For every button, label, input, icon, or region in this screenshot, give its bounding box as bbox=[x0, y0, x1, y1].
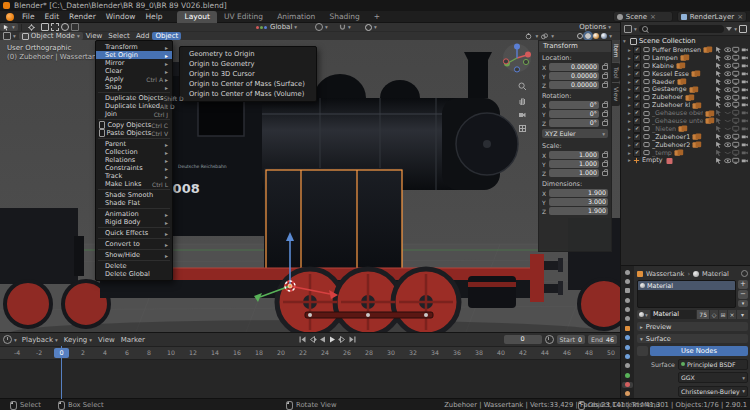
lock-icon[interactable] bbox=[602, 153, 608, 158]
fake-user-shield-icon[interactable]: ◇ bbox=[710, 310, 718, 319]
viewport-visibility-icon[interactable] bbox=[732, 54, 740, 62]
object-menu-duplicate-objects[interactable]: Duplicate ObjectsShift D bbox=[96, 94, 172, 102]
menubar-help[interactable]: Help bbox=[140, 11, 167, 23]
render-visibility-icon[interactable] bbox=[741, 149, 749, 157]
render-visibility-icon[interactable] bbox=[741, 70, 749, 78]
viewport-visibility-icon[interactable] bbox=[732, 101, 740, 109]
previous-keyframe-button[interactable] bbox=[308, 335, 317, 344]
distribution-dropdown[interactable]: GGX▾ bbox=[678, 372, 748, 383]
scene-collection-row[interactable]: ▾ Scene Collection bbox=[621, 36, 750, 46]
render-visibility-icon[interactable] bbox=[741, 117, 749, 125]
object-menu-join[interactable]: JoinCtrl J bbox=[96, 110, 172, 118]
rendered-shading-icon[interactable] bbox=[601, 33, 607, 39]
collection-checkbox[interactable]: ✓ bbox=[633, 62, 641, 70]
render-visibility-icon[interactable] bbox=[741, 46, 749, 54]
hide-eye-icon[interactable] bbox=[724, 125, 732, 133]
viewport-visibility-icon[interactable] bbox=[732, 86, 740, 94]
outliner-item-zubehoer2[interactable]: ▸✓_Zubehoer2 bbox=[621, 141, 750, 149]
hide-eye-icon[interactable] bbox=[724, 86, 732, 94]
object-menu-animation[interactable]: Animation▸ bbox=[96, 210, 172, 218]
viewport-visibility-icon[interactable] bbox=[732, 78, 740, 86]
play-reverse-button[interactable] bbox=[318, 335, 327, 344]
hide-eye-icon[interactable] bbox=[724, 157, 732, 165]
collection-checkbox[interactable]: ✓ bbox=[633, 78, 641, 86]
menubar-window[interactable]: Window bbox=[101, 11, 141, 23]
viewport-visibility-icon[interactable] bbox=[732, 149, 740, 157]
collection-checkbox[interactable]: ✓ bbox=[633, 93, 641, 101]
start-frame-field[interactable]: Start0 bbox=[557, 335, 585, 344]
outliner-item-lampen[interactable]: ▸✓Lampen bbox=[621, 54, 750, 62]
material-slot-row[interactable]: Material bbox=[638, 281, 735, 290]
material-name-field[interactable]: Material bbox=[651, 310, 696, 319]
selectable-icon[interactable] bbox=[715, 54, 723, 62]
selectable-icon[interactable] bbox=[715, 133, 723, 141]
properties-tab-particles[interactable] bbox=[622, 344, 633, 350]
slot-specials-button[interactable]: ▾ bbox=[738, 300, 748, 307]
object-menu-collection[interactable]: Collection▸ bbox=[96, 148, 172, 156]
add-slot-button[interactable]: + bbox=[738, 280, 748, 289]
object-menu-convert-to[interactable]: Convert to▸ bbox=[96, 240, 172, 248]
viewport-menu-add[interactable]: Add bbox=[133, 32, 153, 40]
subsurface-method-dropdown[interactable]: Christensen-Burley▾ bbox=[678, 386, 748, 397]
object-menu-shade-flat[interactable]: Shade Flat bbox=[96, 199, 172, 207]
active-tool-dropdown[interactable]: ▾ bbox=[0, 23, 18, 31]
cursor-tool-button[interactable] bbox=[25, 23, 38, 31]
editor-type-dropdown[interactable]: ▾ bbox=[0, 32, 19, 40]
show-gizmo-icon[interactable] bbox=[525, 33, 532, 40]
properties-tab-texture[interactable] bbox=[622, 391, 633, 397]
timeline-menu-marker[interactable]: Marker bbox=[118, 336, 148, 344]
jump-to-end-button[interactable] bbox=[348, 335, 357, 344]
material-shading-icon[interactable] bbox=[593, 33, 599, 39]
object-menu-copy-objects[interactable]: Copy ObjectsCtrl C bbox=[96, 121, 172, 129]
value-field[interactable]: 0.00000 bbox=[549, 63, 599, 71]
viewport-visibility-icon[interactable] bbox=[732, 117, 740, 125]
submenu-geometry-to-origin[interactable]: Geometry to Origin bbox=[180, 49, 316, 59]
hide-eye-icon[interactable] bbox=[724, 62, 732, 70]
timeline-menu-view[interactable]: View bbox=[95, 336, 118, 344]
collection-checkbox[interactable]: ✓ bbox=[633, 70, 641, 78]
lock-icon[interactable] bbox=[602, 83, 608, 88]
render-visibility-icon[interactable] bbox=[741, 141, 749, 149]
timeline-menu-playback[interactable]: Playback▾ bbox=[19, 336, 61, 344]
new-material-icon[interactable]: ⊞ bbox=[719, 310, 727, 319]
selectable-icon[interactable] bbox=[715, 70, 723, 78]
viewport-visibility-icon[interactable] bbox=[732, 125, 740, 133]
viewport-visibility-icon[interactable] bbox=[732, 133, 740, 141]
new-collection-icon[interactable] bbox=[739, 25, 747, 33]
scene-selector[interactable]: Scene × bbox=[613, 11, 673, 22]
submenu-origin-to-center-of-mass-surface[interactable]: Origin to Center of Mass (Surface) bbox=[180, 79, 316, 89]
menubar-edit[interactable]: Edit bbox=[40, 11, 65, 23]
selectable-icon[interactable] bbox=[715, 141, 723, 149]
collection-checkbox[interactable]: ✓ bbox=[633, 117, 641, 125]
auto-keying-icon[interactable] bbox=[545, 335, 554, 344]
object-menu-constraints[interactable]: Constraints▸ bbox=[96, 164, 172, 172]
timeline-ruler[interactable]: 0 -4-22468101214161820222426283032343638… bbox=[0, 347, 620, 360]
current-frame-marker[interactable]: 0 bbox=[54, 348, 69, 358]
proportional-editing-dropdown[interactable]: ▾ bbox=[362, 23, 380, 31]
outliner-item-gestaenge[interactable]: ▸✓Gestaenge bbox=[621, 85, 750, 93]
outliner-item-zubehoer1[interactable]: ▸✓_Zubehoer1 bbox=[621, 133, 750, 141]
properties-tab-object[interactable] bbox=[622, 325, 633, 331]
shading-mode-buttons[interactable]: ▾ bbox=[575, 32, 614, 40]
timeline-menu-keying[interactable]: Keying▾ bbox=[61, 336, 95, 344]
outliner-item-puffer-bremsen[interactable]: ▸✓Puffer Bremsen bbox=[621, 46, 750, 54]
workspace-tab-layout[interactable]: Layout bbox=[177, 11, 217, 23]
lock-icon[interactable] bbox=[602, 162, 608, 167]
timeline-editor-icon[interactable] bbox=[3, 335, 12, 344]
select-mode-buttons[interactable] bbox=[38, 23, 82, 31]
object-menu-duplicate-linked[interactable]: Duplicate LinkedAlt D bbox=[96, 102, 172, 110]
jump-to-start-button[interactable] bbox=[298, 335, 307, 344]
object-menu-track[interactable]: Track▸ bbox=[96, 172, 172, 180]
properties-tab-scene[interactable] bbox=[622, 307, 633, 313]
selectable-icon[interactable] bbox=[715, 125, 723, 133]
selectable-icon[interactable] bbox=[715, 62, 723, 70]
pin-icon[interactable] bbox=[741, 270, 748, 277]
render-visibility-icon[interactable] bbox=[741, 62, 749, 70]
lock-icon[interactable] bbox=[602, 74, 608, 79]
expand-arrow-icon[interactable]: ▸ bbox=[628, 118, 633, 124]
collection-checkbox[interactable]: ✓ bbox=[633, 125, 641, 133]
viewport-visibility-icon[interactable] bbox=[732, 141, 740, 149]
collection-checkbox[interactable]: ✓ bbox=[633, 149, 641, 157]
workspace-tab-animation[interactable]: Animation bbox=[270, 11, 322, 23]
submenu-origin-to-center-of-mass-volume[interactable]: Origin to Center of Mass (Volume) bbox=[180, 89, 316, 99]
